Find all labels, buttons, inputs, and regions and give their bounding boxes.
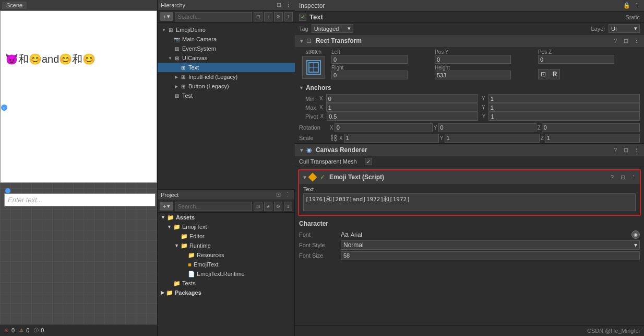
font-row: Font Aa Arial ◉ xyxy=(299,229,640,240)
project-icon-1[interactable]: ⊡ xyxy=(254,202,262,211)
project-search-input[interactable] xyxy=(175,202,252,211)
canvas-handle[interactable] xyxy=(5,188,10,193)
inspector-more-icon[interactable]: ⋮ xyxy=(633,2,640,9)
project-resources[interactable]: 📁 Resources xyxy=(158,250,294,260)
anchors-pivot-y[interactable] xyxy=(488,112,640,121)
hierarchy-item-text[interactable]: ⊞ Text xyxy=(158,63,295,72)
scene-tab[interactable]: Scene xyxy=(2,2,27,9)
rt-help-icon[interactable]: ? xyxy=(612,37,619,44)
scale-z[interactable] xyxy=(545,134,640,143)
tag-dropdown[interactable]: Untagged ▾ xyxy=(312,24,353,33)
rt-more-icon[interactable]: ⋮ xyxy=(633,37,640,44)
assets-folder[interactable]: ▼ 📁 Assets xyxy=(158,213,294,222)
right-input[interactable] xyxy=(331,71,408,79)
project-editor[interactable]: 📁 Editor xyxy=(158,231,294,241)
posy-input[interactable] xyxy=(435,55,511,64)
project-emojitext-asset[interactable]: ◆ EmojiText xyxy=(158,260,294,269)
rect-transform-header[interactable]: ▼ ⊡ Rect Transform ? ⊡ ⋮ xyxy=(295,34,644,47)
gameobject-active-checkbox[interactable]: ✓ xyxy=(299,14,306,21)
rotation-z[interactable] xyxy=(542,123,640,132)
anchors-min-x[interactable] xyxy=(326,94,478,103)
layer-dropdown[interactable]: UI ▾ xyxy=(609,24,640,33)
es-more-icon[interactable]: ⋮ xyxy=(629,173,637,181)
rt-r-button[interactable]: R xyxy=(550,69,560,79)
project-icon-2[interactable]: ★ xyxy=(264,202,272,211)
canvas-left-handle[interactable]: ← xyxy=(1,105,7,111)
static-label: Static xyxy=(625,14,640,20)
project-emojitext-runtime[interactable]: 📄 EmojiText.Runtime xyxy=(158,269,294,279)
project-title: Project xyxy=(161,192,178,198)
rt-fields-block: Left Pos Y Pos Z xyxy=(331,49,640,79)
canvas-renderer-header[interactable]: ▼ ◉ Canvas Renderer ? ⊡ ⋮ xyxy=(295,144,644,156)
rt-main-area: stretch top xyxy=(295,47,644,82)
scene-canvas[interactable]: 😈和😊and😊和😊 ← Enter text... xyxy=(0,10,157,325)
project-emojifolder[interactable]: ▼ 📁 EmojiText xyxy=(158,222,294,231)
project-tests[interactable]: 📁 Tests xyxy=(158,279,294,288)
x-prefix2: X xyxy=(319,105,323,110)
rotation-y[interactable] xyxy=(438,123,536,132)
anchors-pivot-x[interactable] xyxy=(327,112,478,121)
inspector-header-label: Inspector xyxy=(299,2,325,9)
font-value-area: Aa Arial ◉ xyxy=(341,230,640,239)
anchors-min-y[interactable] xyxy=(488,94,640,103)
error-status: ⊘ 0 xyxy=(3,327,15,334)
folder-icon5: 📁 xyxy=(188,252,195,259)
add-hierarchy-button[interactable]: + ▾ xyxy=(160,12,173,21)
hierarchy-item-test[interactable]: ⊞ Test xyxy=(158,91,295,100)
emoji-script-header[interactable]: ▼ ✓ Emoji Text (Script) ? ⊡ ⋮ xyxy=(299,170,640,184)
hierarchy-item-emojidemo[interactable]: ▼ ⊞ EmojiDemo xyxy=(158,25,295,34)
rx-prefix: X xyxy=(330,125,333,131)
hierarchy-item-inputfield[interactable]: ▶ ⊞ InputField (Legacy) xyxy=(158,72,295,82)
text-field-textarea[interactable] xyxy=(303,193,636,211)
rotation-x[interactable] xyxy=(335,123,433,132)
es-settings-icon[interactable]: ⊡ xyxy=(619,173,626,181)
hierarchy-item-eventsystem[interactable]: ⊞ EventSystem xyxy=(158,44,295,53)
font-style-dropdown[interactable]: Normal ▾ xyxy=(341,240,640,250)
cull-checkbox[interactable]: ✓ xyxy=(365,158,372,165)
top-label: top xyxy=(311,49,317,54)
hierarchy-settings-icon[interactable]: ⚙ xyxy=(274,12,282,21)
rt-anchor-widget[interactable] xyxy=(302,56,325,79)
rt-blueprint-icon[interactable]: ⊡ xyxy=(538,69,548,79)
hierarchy-lock-icon[interactable]: ⊡ xyxy=(275,2,282,9)
add-project-button[interactable]: + ▾ xyxy=(160,202,173,211)
cr-more-icon[interactable]: ⋮ xyxy=(633,146,640,154)
item-label: EmojiText.Runtime xyxy=(197,271,245,277)
anchors-header[interactable]: ▼ Anchors xyxy=(299,83,640,92)
inspector-lock-icon[interactable]: 🔒 xyxy=(623,2,630,9)
tag-text: Tag xyxy=(299,26,308,32)
project-more-icon[interactable]: ⋮ xyxy=(284,191,291,199)
cr-settings-icon[interactable]: ⊡ xyxy=(622,146,629,154)
project-icon-4[interactable]: 1 xyxy=(284,202,292,211)
height-input[interactable] xyxy=(435,71,511,79)
scale-fields: ⛓ X Y Z xyxy=(330,134,640,143)
rt-settings-icon[interactable]: ⊡ xyxy=(622,37,629,44)
hierarchy-item-uicanvas[interactable]: ▼ ⊞ UICanvas xyxy=(158,53,295,63)
project-runtime[interactable]: ▼ 📁 Runtime xyxy=(158,241,294,250)
hierarchy-item-maincamera[interactable]: 📷 Main Camera xyxy=(158,34,295,44)
hierarchy-more-icon[interactable]: ⋮ xyxy=(284,2,292,9)
hierarchy-item-button[interactable]: ▶ ⊞ Button (Legacy) xyxy=(158,82,295,91)
anchors-max-x[interactable] xyxy=(326,103,478,112)
anchors-max-y[interactable] xyxy=(488,103,640,112)
left-input[interactable] xyxy=(331,55,408,64)
es-help-icon[interactable]: ? xyxy=(609,173,616,181)
hierarchy-1x-icon[interactable]: 1 xyxy=(284,12,293,21)
hierarchy-sort-icon[interactable]: ↕ xyxy=(264,12,272,21)
scale-x[interactable] xyxy=(344,134,439,143)
project-lock-icon[interactable]: ⊡ xyxy=(275,191,282,199)
cr-help-icon[interactable]: ? xyxy=(612,146,619,154)
font-size-input[interactable] xyxy=(341,251,640,260)
project-panel: Project ⊡ ⋮ + ▾ ⊡ ★ ⚙ 1 ▼ 📁 xyxy=(158,190,294,336)
posz-input[interactable] xyxy=(538,55,614,64)
project-icon-3[interactable]: ⚙ xyxy=(274,202,282,211)
text-component-icon: ⊞ xyxy=(180,64,187,71)
tag-value: Untagged xyxy=(314,26,339,32)
font-picker-button[interactable]: ◉ xyxy=(631,230,640,239)
packages-folder[interactable]: ▶ 📁 Packages xyxy=(158,288,294,297)
hierarchy-search-input[interactable] xyxy=(175,12,252,21)
inspector-scroll[interactable]: ▼ ⊡ Rect Transform ? ⊡ ⋮ stretch xyxy=(295,34,644,325)
hierarchy-filter-icon[interactable]: ⊡ xyxy=(254,12,262,21)
inspector-panel: Inspector 🔒 ⋮ ✓ Text Static Tag Untagged… xyxy=(295,0,644,336)
scale-y[interactable] xyxy=(445,134,540,143)
